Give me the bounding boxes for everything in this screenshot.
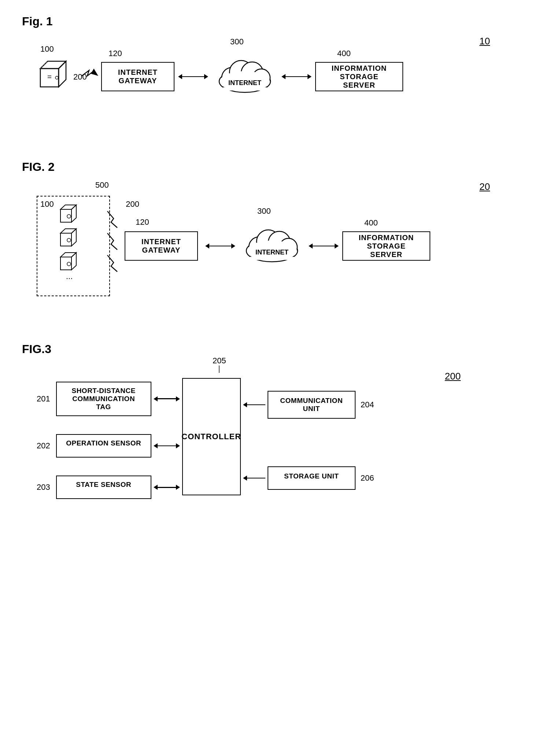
fig3-sdct-ref: 201: [37, 394, 50, 404]
fig3-comm-unit-ref: 204: [361, 400, 374, 410]
info-storage-server-box-2: INFORMATION STORAGE SERVER: [342, 231, 430, 261]
svg-marker-7: [91, 69, 98, 76]
op-sensor-box: OPERATION SENSOR: [56, 434, 151, 458]
fig3-op-sensor-ref: 202: [37, 441, 50, 451]
comm-unit-box: COMMUNICATION UNIT: [268, 391, 356, 419]
fig3-storage-unit-ref: 206: [361, 473, 374, 483]
device-stack: ...: [59, 204, 88, 285]
fig2-server-ref: 400: [364, 218, 378, 228]
svg-marker-2: [59, 61, 66, 87]
fig3-controller-ref: 205: [213, 356, 226, 366]
fig2-gateway-label: 120: [136, 217, 149, 227]
fig2-internet-ref: 300: [257, 206, 271, 216]
svg-marker-21: [60, 233, 71, 246]
svg-point-28: [67, 262, 71, 266]
svg-text:INTERNET: INTERNET: [228, 79, 261, 87]
storage-unit-box: STORAGE UNIT: [268, 466, 356, 490]
svg-point-24: [67, 238, 71, 242]
state-sensor-box: STATE SENSOR: [56, 476, 151, 499]
internet-cloud: INTERNET: [212, 54, 278, 99]
fig1-gateway-label: 120: [108, 49, 122, 58]
svg-marker-17: [60, 209, 71, 222]
svg-text:...: ...: [66, 272, 73, 281]
lightning-arrows-fig2: [106, 208, 120, 274]
fig1-label: Fig. 1: [22, 15, 534, 28]
sdct-box: SHORT-DISTANCE COMMUNICATION TAG: [56, 382, 151, 416]
svg-marker-27: [71, 253, 76, 270]
controller-box: CONTROLLER: [182, 378, 241, 495]
device-group-box: 100: [37, 196, 110, 296]
svg-marker-25: [60, 257, 71, 270]
fig3-state-sensor-ref: 203: [37, 482, 50, 492]
fig2-group-ref: 500: [95, 180, 109, 190]
figure-3: FIG.3 200 205 201 SHORT-DISTANCE COMMUNI…: [22, 342, 534, 503]
internet-gateway-box: INTERNET GATEWAY: [101, 62, 174, 91]
internet-cloud-2: INTERNET: [239, 223, 305, 269]
fig1-internet-ref: 300: [230, 37, 244, 47]
fig2-gateway-ref: 200: [126, 199, 139, 209]
figure-1: Fig. 1 10 100: [22, 15, 534, 138]
fig1-system-ref: 10: [479, 36, 490, 47]
internet-gateway-box-2: INTERNET GATEWAY: [125, 231, 198, 261]
svg-text:INTERNET: INTERNET: [255, 249, 288, 256]
lightning-arrow-1: [80, 69, 98, 83]
fig2-system-ref: 20: [479, 181, 490, 192]
info-storage-server-box: INFORMATION STORAGE SERVER: [315, 62, 403, 91]
fig3-label: FIG.3: [22, 342, 534, 356]
svg-point-5: [55, 76, 58, 79]
svg-marker-19: [71, 205, 76, 222]
fig2-label: FIG. 2: [22, 160, 534, 174]
fig1-server-ref: 400: [337, 49, 351, 58]
fig2-device-ref: 100: [40, 199, 54, 209]
device-ref-label: 100: [40, 44, 54, 54]
svg-marker-23: [71, 229, 76, 246]
figure-2: FIG. 2 20 500 100: [22, 160, 534, 320]
svg-point-20: [67, 214, 71, 218]
device-icon: [37, 58, 73, 96]
